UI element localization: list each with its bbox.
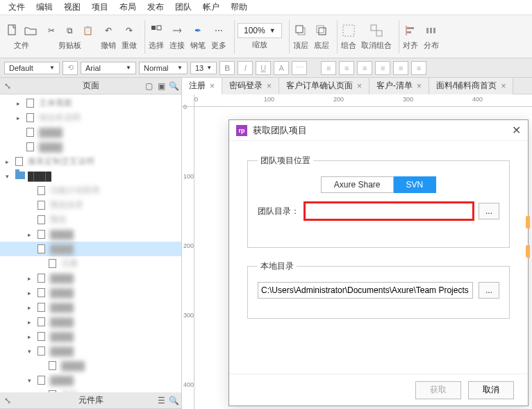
tab-close-icon[interactable]: × <box>210 81 215 91</box>
ellipsis-button[interactable]: ⋯ <box>292 61 307 75</box>
menu-item[interactable]: 发布 <box>142 0 169 15</box>
align-left-button[interactable]: ≡ <box>321 61 336 75</box>
cut-icon[interactable]: ✂ <box>43 22 60 39</box>
tree-item[interactable]: 注册 <box>0 256 181 271</box>
tree-item[interactable]: ▸他业务说明 <box>0 110 181 125</box>
local-dir-input[interactable] <box>258 282 473 299</box>
search-icon[interactable]: 🔍 <box>169 396 178 406</box>
tree-item[interactable]: ▸████ <box>0 315 181 329</box>
document-tab[interactable]: 注册× <box>182 78 222 94</box>
tree-item[interactable]: ████ <box>0 125 181 140</box>
select-icon[interactable] <box>148 22 165 39</box>
svg-rect-11 <box>407 27 414 29</box>
pages-tree[interactable]: ▸主体视图▸他业务说明████████▸服装定制交互说明▾████功能介绍简单预… <box>0 94 181 392</box>
ok-button[interactable]: 获取 <box>415 381 461 399</box>
tree-item[interactable]: ▾████ <box>0 344 181 358</box>
new-file-icon[interactable] <box>4 22 21 39</box>
paste-icon[interactable]: 📋 <box>79 22 96 39</box>
bold-button[interactable]: B <box>219 61 235 75</box>
pen-icon[interactable]: ✒ <box>190 22 206 39</box>
undo-icon[interactable]: ↶ <box>100 22 117 39</box>
style-select[interactable]: Default▼ <box>4 62 60 74</box>
tree-item[interactable]: ▸████ <box>0 271 181 285</box>
tab-axure-share[interactable]: Axure Share <box>321 176 394 193</box>
align-group: 对齐 <box>402 22 419 51</box>
tab-close-icon[interactable]: × <box>267 81 272 91</box>
horizontal-ruler: 0100200300400 <box>194 94 532 107</box>
style-clear-icon[interactable]: ⟲ <box>63 61 78 75</box>
menu-icon[interactable]: ☰ <box>156 396 166 406</box>
search-icon[interactable]: 🔍 <box>169 81 178 91</box>
distribute-icon[interactable] <box>423 22 440 39</box>
tab-svn[interactable]: SVN <box>394 176 437 193</box>
bring-front-icon[interactable] <box>292 22 309 39</box>
copy-icon[interactable]: ⧉ <box>61 22 78 39</box>
ungroup-icon[interactable] <box>368 22 385 39</box>
cancel-button[interactable]: 取消 <box>468 381 514 399</box>
tree-item[interactable]: ▸服装定制交互说明 <box>0 154 181 169</box>
align-icon[interactable] <box>402 22 419 39</box>
browse-local-button[interactable]: ... <box>479 282 499 299</box>
italic-button[interactable]: I <box>238 61 253 75</box>
separator <box>234 20 235 53</box>
tree-item[interactable]: 预览 <box>0 212 181 227</box>
align-top-button[interactable]: ≡ <box>375 61 390 75</box>
menu-item[interactable]: 文件 <box>3 0 31 15</box>
redo-icon[interactable]: ↷ <box>121 22 138 39</box>
tab-close-icon[interactable]: × <box>357 81 362 91</box>
menu-item[interactable]: 编辑 <box>31 0 58 15</box>
menu-item[interactable]: 团队 <box>169 0 197 15</box>
underline-button[interactable]: U <box>256 61 271 75</box>
align-bottom-button[interactable]: ≡ <box>411 61 426 75</box>
document-tab[interactable]: 密码登录× <box>222 78 279 94</box>
left-panel: ⤡ 页面 ▢ ▣ 🔍 ▸主体视图▸他业务说明████████▸服装定制交互说明▾… <box>0 78 182 409</box>
document-tab[interactable]: 客户-清单× <box>369 78 429 94</box>
menu-item[interactable]: 帮助 <box>225 0 253 15</box>
close-icon[interactable]: ✕ <box>512 124 521 137</box>
menu-item[interactable]: 帐户 <box>197 0 225 15</box>
tree-item[interactable]: 首页 <box>0 387 181 392</box>
tree-item[interactable]: ▸主体视图 <box>0 96 181 110</box>
align-center-button[interactable]: ≡ <box>339 61 354 75</box>
align-right-button[interactable]: ≡ <box>357 61 372 75</box>
add-page-icon[interactable]: ▢ <box>144 81 153 91</box>
text-color-button[interactable]: A <box>274 61 289 75</box>
more-icon[interactable]: ⋯ <box>210 22 227 39</box>
menu-item[interactable]: 项目 <box>86 0 114 15</box>
open-folder-icon[interactable] <box>22 22 39 39</box>
svg-rect-2 <box>157 26 161 30</box>
tree-item[interactable]: ▸████ <box>0 227 181 242</box>
tree-item[interactable]: ▸████ <box>0 329 181 344</box>
tree-item[interactable]: ▾████ <box>0 373 181 387</box>
tree-item[interactable]: ▾████ <box>0 169 181 183</box>
group-icon[interactable] <box>340 22 357 39</box>
size-select[interactable]: 13▼ <box>190 62 217 74</box>
document-tab[interactable]: 面料/辅料商首页× <box>429 78 513 94</box>
menu-item[interactable]: 布局 <box>114 0 142 15</box>
pen-group: ✒ 钢笔 <box>190 22 206 51</box>
tree-item[interactable]: ████ <box>0 140 181 154</box>
zoom-input[interactable]: 100%▼ <box>238 23 282 38</box>
tree-item[interactable]: ████ <box>0 242 181 256</box>
tree-item[interactable]: ▸████ <box>0 300 181 315</box>
tree-item[interactable]: ▸████ <box>0 285 181 300</box>
collapse-icon[interactable]: ⤡ <box>3 396 13 406</box>
weight-select[interactable]: Normal▼ <box>139 62 188 74</box>
align-middle-button[interactable]: ≡ <box>393 61 408 75</box>
tree-item[interactable]: ████ <box>0 358 181 373</box>
collapse-icon[interactable]: ⤡ <box>3 81 13 91</box>
browse-team-button[interactable]: ... <box>479 203 499 219</box>
connect-icon[interactable] <box>169 22 185 39</box>
menu-item[interactable]: 视图 <box>58 0 86 15</box>
tree-item[interactable]: 预览目录 <box>0 198 181 212</box>
team-dir-input[interactable] <box>305 203 473 219</box>
svg-rect-14 <box>430 28 432 33</box>
chevron-down-icon[interactable]: ▼ <box>269 27 276 34</box>
tree-item[interactable]: 功能介绍简单 <box>0 183 181 198</box>
font-select[interactable]: Arial▼ <box>81 62 136 74</box>
tab-close-icon[interactable]: × <box>417 81 422 91</box>
tab-close-icon[interactable]: × <box>501 81 506 91</box>
add-folder-icon[interactable]: ▣ <box>156 81 166 91</box>
send-back-icon[interactable] <box>313 22 330 39</box>
document-tab[interactable]: 客户订单确认页面× <box>279 78 369 94</box>
